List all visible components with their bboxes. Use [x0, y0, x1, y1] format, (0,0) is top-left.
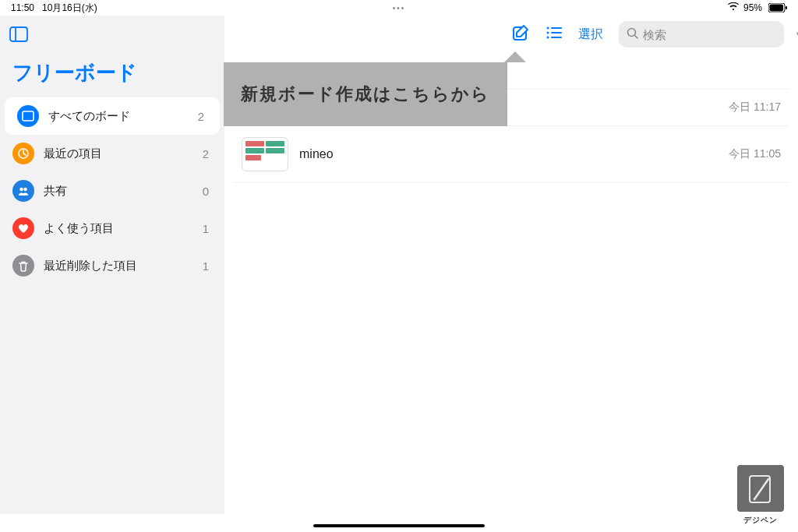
search-field[interactable]: [619, 21, 784, 48]
select-button[interactable]: 選択: [578, 26, 603, 43]
trash-icon: [12, 255, 34, 277]
board-time: 今日 11:17: [729, 100, 781, 115]
sidebar-item-recent[interactable]: 最近の項目 2: [0, 135, 224, 172]
svg-point-12: [547, 37, 549, 39]
sidebar: フリーボード すべてのボード 2 最近の項目 2 共有: [0, 16, 224, 514]
svg-rect-1: [770, 5, 784, 12]
new-board-button[interactable]: [511, 23, 530, 45]
app-title: フリーボード: [0, 50, 224, 97]
svg-point-10: [547, 27, 549, 30]
sidebar-item-deleted[interactable]: 最近削除した項目 1: [0, 247, 224, 284]
wifi-icon: [728, 2, 739, 13]
board-icon: [17, 105, 39, 127]
battery-icon: [767, 3, 787, 12]
heart-icon: [12, 217, 34, 239]
watermark-label: デジペン: [734, 515, 787, 526]
sidebar-item-count: 2: [198, 110, 207, 123]
toolbar: 選択: [234, 16, 789, 53]
sidebar-item-all-boards[interactable]: すべてのボード 2: [5, 97, 220, 135]
svg-line-20: [754, 479, 768, 499]
sidebar-item-count: 0: [203, 185, 212, 198]
search-input[interactable]: [643, 28, 791, 41]
view-options-button[interactable]: [546, 26, 563, 43]
status-date: 10月16日(水): [42, 2, 97, 15]
svg-point-7: [19, 188, 23, 191]
board-time: 今日 11:05: [729, 147, 781, 161]
sidebar-toggle-button[interactable]: [9, 26, 28, 45]
sidebar-item-label: よく使う項目: [44, 221, 193, 236]
sidebar-item-shared[interactable]: 共有 0: [0, 172, 224, 210]
main-content: 選択 新規ボード作成はこちらから 今日 11:17: [224, 16, 798, 514]
board-thumbnail: [242, 137, 288, 171]
sidebar-item-label: 最近の項目: [44, 146, 193, 161]
sidebar-item-count: 1: [203, 222, 212, 235]
sidebar-item-count: 2: [203, 147, 212, 160]
svg-point-8: [23, 188, 26, 191]
people-icon: [12, 180, 34, 202]
sidebar-list: すべてのボード 2 最近の項目 2 共有 0: [0, 97, 224, 284]
status-time: 11:50: [11, 2, 34, 13]
sidebar-item-label: すべてのボード: [48, 109, 189, 124]
sidebar-item-label: 共有: [44, 184, 193, 199]
svg-rect-3: [10, 27, 27, 41]
watermark-logo: デジペン: [734, 465, 787, 526]
svg-rect-5: [23, 111, 34, 121]
battery-pct: 95%: [743, 2, 762, 13]
search-icon: [627, 27, 638, 42]
hint-tooltip: 新規ボード作成はこちらから: [224, 62, 507, 126]
clock-icon: [12, 143, 34, 164]
svg-line-17: [635, 35, 638, 38]
sidebar-item-favorites[interactable]: よく使う項目 1: [0, 210, 224, 247]
home-indicator[interactable]: [313, 524, 485, 527]
svg-point-11: [547, 32, 549, 34]
sidebar-item-count: 1: [203, 259, 212, 273]
svg-rect-2: [786, 6, 787, 9]
multitask-dots[interactable]: •••: [393, 4, 406, 12]
board-row[interactable]: mineo 今日 11:05: [234, 126, 789, 183]
board-name: mineo: [299, 147, 718, 161]
sidebar-item-label: 最近削除した項目: [44, 259, 193, 273]
status-bar: 11:50 10月16日(水) ••• 95%: [0, 0, 798, 16]
